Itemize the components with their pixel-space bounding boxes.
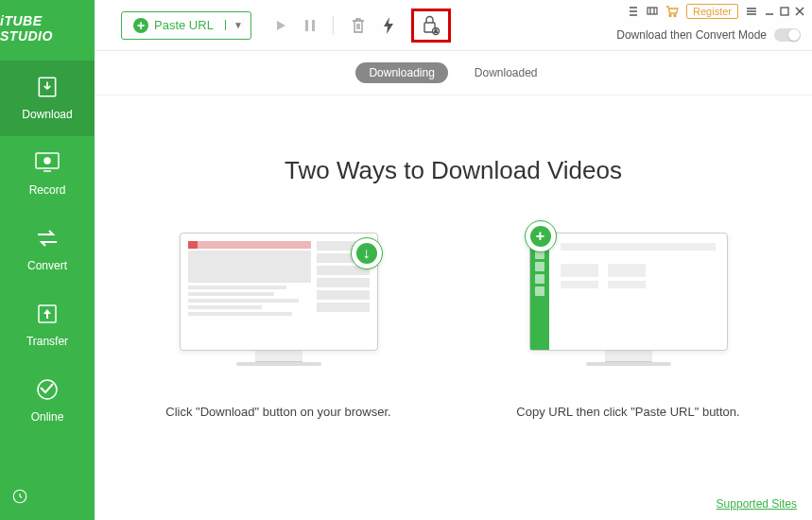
caption-right: Copy URL then click "Paste URL" button. [516, 403, 739, 422]
card-browser-download: ↓ [156, 233, 402, 422]
download-icon [34, 74, 60, 100]
main-area: + Paste URL ▼ [95, 0, 812, 520]
nav-label: Convert [27, 259, 67, 272]
cart-icon[interactable] [665, 6, 679, 17]
plus-icon: + [133, 18, 148, 33]
nav-transfer[interactable]: Transfer [0, 287, 95, 363]
highlighted-lock-button [411, 9, 451, 43]
svg-rect-7 [312, 20, 315, 31]
tab-downloading[interactable]: Downloading [355, 62, 447, 83]
plus-badge: + [525, 220, 557, 252]
nav-download[interactable]: Download [0, 61, 95, 136]
card-paste-url: + [506, 233, 752, 422]
tab-downloaded[interactable]: Downloaded [461, 62, 551, 83]
tabs: Downloading Downloaded [95, 51, 812, 95]
transfer-icon [34, 301, 60, 327]
sidebar: iTUBE STUDIO Download Record Convert Tra… [0, 0, 95, 520]
lightning-icon[interactable] [383, 17, 394, 34]
download-arrow-badge: ↓ [351, 237, 383, 269]
nav-label: Record [29, 183, 66, 197]
content: Two Ways to Download Videos ↓ [95, 95, 812, 520]
supported-sites-link[interactable]: Supported Sites [717, 497, 797, 511]
pause-icon[interactable] [304, 19, 316, 32]
paste-url-label: Paste URL [154, 18, 214, 32]
cards-row: ↓ [156, 233, 752, 422]
clock-icon[interactable] [11, 488, 28, 509]
convert-mode-toggle[interactable] [774, 28, 801, 42]
nav-convert[interactable]: Convert [0, 212, 95, 287]
feedback-icon[interactable] [647, 6, 658, 17]
nav-label: Transfer [26, 335, 68, 348]
close-icon[interactable] [795, 7, 804, 16]
online-icon [34, 376, 60, 403]
caption-left: Click "Download" button on your browser. [165, 403, 390, 422]
register-button[interactable]: Register [686, 4, 738, 19]
svg-point-12 [669, 15, 671, 17]
svg-rect-6 [305, 20, 308, 31]
mode-label: Download then Convert Mode [616, 28, 767, 42]
app-illustration: + [529, 233, 728, 374]
svg-rect-11 [648, 8, 657, 14]
record-icon [34, 149, 60, 176]
topbar: + Paste URL ▼ [95, 0, 812, 51]
paste-url-dropdown[interactable]: ▼ [225, 20, 251, 30]
minimize-icon[interactable] [765, 7, 774, 16]
svg-point-2 [44, 158, 50, 164]
svg-rect-14 [781, 8, 788, 15]
nav-record[interactable]: Record [0, 136, 95, 212]
browser-illustration: ↓ [180, 233, 378, 374]
paste-url-button[interactable]: + Paste URL ▼ [121, 11, 251, 40]
headline: Two Ways to Download Videos [285, 156, 622, 185]
trash-icon[interactable] [351, 17, 366, 34]
nav-label: Online [31, 410, 64, 424]
svg-point-10 [435, 29, 437, 31]
svg-point-13 [674, 15, 676, 17]
list-icon[interactable] [628, 6, 639, 17]
convert-mode-row: Download then Convert Mode [616, 28, 801, 42]
window-controls-area: Register [628, 4, 804, 19]
separator [333, 16, 334, 35]
maximize-icon[interactable] [780, 7, 789, 16]
paste-url-main[interactable]: + Paste URL [122, 18, 225, 33]
convert-icon [34, 225, 60, 251]
play-icon[interactable] [274, 19, 287, 32]
menu-icon[interactable] [746, 6, 757, 17]
nav-label: Download [22, 108, 72, 121]
nav-online[interactable]: Online [0, 363, 95, 439]
app-logo: iTUBE STUDIO [0, 0, 95, 61]
lock-person-icon[interactable] [422, 15, 441, 36]
